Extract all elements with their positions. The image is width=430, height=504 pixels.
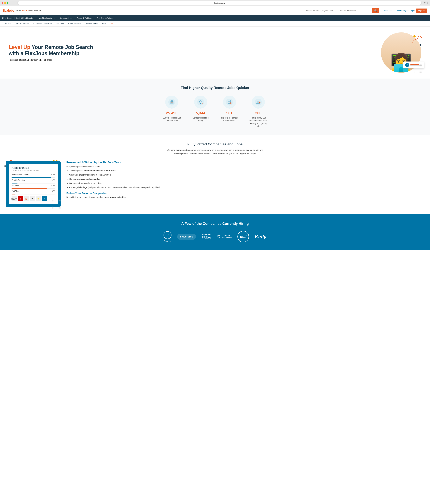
- nav-how-works[interactable]: How FlexJobs Works: [36, 15, 58, 21]
- badge-star1: ★: [30, 196, 35, 201]
- vetted-card-wrapper: ✦ ✦ Flexibility Offered * Based on all j…: [6, 161, 61, 207]
- progress-bg-flex: [11, 183, 55, 183]
- subnav-member-perks[interactable]: Member Perks: [84, 21, 100, 26]
- check-icon: ✓: [405, 63, 409, 67]
- bar-label-parttime: Part-Time: [11, 190, 19, 192]
- search-location-input[interactable]: [338, 8, 372, 13]
- hero-subtitle: How we're different & better than other …: [9, 59, 372, 61]
- bar-row-flex: Flexible Schedule 14%: [11, 179, 55, 181]
- subnav-job-research[interactable]: Job Research All-Stars: [31, 21, 54, 26]
- signup-button[interactable]: Sign Up: [416, 9, 427, 13]
- bar-pct-flex: 14%: [51, 179, 55, 181]
- pearson-circle: P: [163, 231, 171, 239]
- subnav-our-team[interactable]: Our Team: [54, 21, 66, 26]
- follow-title: Follow Your Favorite Companies: [66, 192, 424, 195]
- hero-section: Level Up Your Remote Job Searchwith a Fl…: [0, 27, 430, 79]
- researched-bullets: The company's commitment level to remote…: [66, 169, 424, 189]
- badge-star2: ⭐: [36, 196, 41, 201]
- svg-point-11: [226, 99, 233, 106]
- browser-chrome: ‹ › flexjobs.com ⬆ +: [0, 0, 430, 6]
- browser-nav: ‹ ›: [11, 1, 16, 5]
- pearson-logo: P Pearson: [163, 231, 171, 242]
- minimize-dot[interactable]: [4, 2, 6, 4]
- subnav-tour[interactable]: Tour: [108, 21, 115, 26]
- kelly-text: Kelly: [255, 234, 267, 239]
- bullet-5: Current job listings (and past jobs too,…: [69, 186, 424, 189]
- stat-number-companies: 5,344: [190, 111, 211, 115]
- back-button[interactable]: ‹: [11, 1, 13, 5]
- pearson-text: Pearson: [164, 240, 171, 242]
- stat-icon-jobs: [165, 96, 178, 108]
- progress-fill-remote: [11, 177, 51, 178]
- stat-icon-fields: [223, 96, 236, 108]
- search-job-input[interactable]: [304, 8, 338, 13]
- card-flexibility-subtitle: * Based on all jobs posted on FlexJobs: [11, 170, 55, 171]
- share-button[interactable]: ⬆: [424, 2, 426, 4]
- williams-logo: WILLIAMSSONOMA CALIFORNIA: [202, 234, 211, 240]
- bullet-4: Success stories and related articles: [69, 182, 424, 185]
- williams-name: WILLIAMSSONOMA: [202, 234, 211, 238]
- bar-row-fulltime: Full-Time 81%: [11, 185, 55, 187]
- hero-image: 👩‍💻 ✓: [378, 32, 424, 73]
- logo-tagline: FIND A BETTER WAY TO WORK: [16, 9, 41, 11]
- stat-number-jobs: 25,493: [162, 111, 182, 115]
- url-bar[interactable]: flexjobs.com: [18, 1, 422, 5]
- badge-r: R: [18, 196, 23, 201]
- dot-pattern: [414, 63, 424, 73]
- progress-bg-fulltime: [11, 188, 55, 189]
- hero-title: Level Up Your Remote Job Searchwith a Fl…: [9, 44, 372, 56]
- search-bar-area: 🔍: [304, 8, 379, 13]
- sub-nav: Benefits Success Stories Job Research Al…: [0, 21, 430, 27]
- stat-icon-companies: [194, 96, 207, 108]
- nav-find-jobs[interactable]: Find Remote, Hybrid, & Flexible Jobs: [0, 15, 36, 21]
- stat-item-hours: 200 Hours a Day Our Researchers Spend Fi…: [248, 96, 269, 128]
- bullet-3: Company awards and accolades: [69, 178, 424, 181]
- stat-icon-hours: [252, 96, 265, 108]
- vetted-title: Fully Vetted Companies and Jobs: [6, 142, 424, 146]
- dell-text: dell: [240, 234, 246, 239]
- for-employers-link[interactable]: For Employers: [397, 10, 409, 12]
- bar-pct-parttime: 8%: [52, 190, 55, 192]
- stat-number-hours: 200: [248, 111, 269, 115]
- logo[interactable]: flexjobs: [3, 9, 14, 13]
- bar-pct-fulltime: 81%: [51, 185, 55, 187]
- nav-career-advice[interactable]: Career Advice: [58, 15, 74, 21]
- hero-title-highlight: Level Up: [9, 44, 30, 50]
- browser-dots: [2, 2, 8, 4]
- svg-point-8: [201, 101, 202, 102]
- close-dot[interactable]: [2, 2, 3, 4]
- companies-section: A Few of the Companies Currently Hiring …: [0, 214, 430, 250]
- subnav-success-stories[interactable]: Success Stories: [14, 21, 31, 26]
- hero-text: Level Up Your Remote Job Searchwith a Fl…: [9, 44, 372, 61]
- progress-bg-remote: [11, 177, 55, 178]
- browser-actions: ⬆ +: [424, 2, 428, 4]
- nav-job-search-articles[interactable]: Job Search Articles: [95, 15, 115, 21]
- williams-sub: CALIFORNIA: [202, 238, 211, 240]
- progress-bg-parttime: [11, 194, 55, 194]
- dotted-pattern-decoration: [52, 200, 62, 210]
- bar-pct-remote: 92%: [51, 174, 55, 176]
- follow-description: Be notified when companies you love have…: [66, 196, 424, 198]
- stats-grid: 25,493 Current Flexible and Remote Jobs …: [6, 96, 424, 128]
- subnav-benefits[interactable]: Benefits: [3, 21, 13, 26]
- new-tab-button[interactable]: +: [427, 2, 428, 4]
- maximize-dot[interactable]: [7, 2, 8, 4]
- browser-toolbar: ‹ › flexjobs.com ⬆ +: [0, 0, 430, 6]
- login-button[interactable]: Log In: [410, 9, 415, 12]
- card-flexibility-title: Flexibility Offered: [11, 167, 55, 169]
- subnav-press-awards[interactable]: Press & Awards: [67, 21, 83, 26]
- search-button[interactable]: 🔍: [372, 8, 379, 13]
- researched-intro: Unique company descriptions include:: [66, 165, 424, 168]
- bar-label-fulltime: Full-Time: [11, 185, 19, 187]
- forward-button[interactable]: ›: [14, 1, 16, 5]
- advanced-link[interactable]: Advanced: [384, 9, 392, 12]
- united-logo: 🛡 UnitedHealthcare: [217, 234, 232, 239]
- svg-marker-0: [421, 37, 422, 38]
- nav-events[interactable]: Events & Webinars: [74, 15, 95, 21]
- stat-label-hours: Hours a Day Our Researchers Spend Findin…: [248, 117, 269, 128]
- subnav-faq[interactable]: FAQ: [100, 21, 107, 26]
- progress-bars: Remote Work Options 92% Flexible Schedul…: [11, 174, 55, 194]
- bar-label-flex: Flexible Schedule: [11, 179, 25, 181]
- progress-fill-parttime: [11, 194, 15, 194]
- svg-point-5: [197, 99, 204, 106]
